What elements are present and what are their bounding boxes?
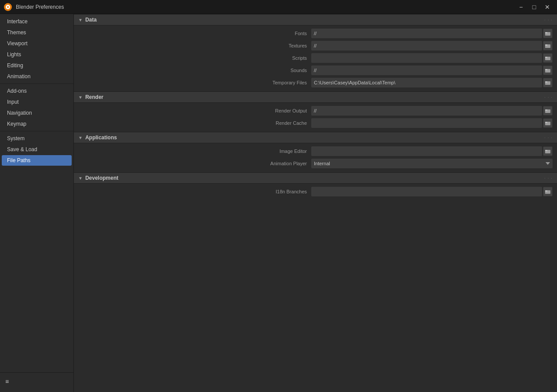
folder-button-sounds[interactable]	[543, 65, 553, 75]
sidebar-item-viewport[interactable]: Viewport	[2, 38, 72, 49]
field-input-render-output[interactable]	[311, 106, 542, 116]
sidebar-item-interface[interactable]: Interface	[2, 16, 72, 27]
field-input-textures[interactable]	[311, 41, 542, 51]
field-row-textures: Textures	[74, 40, 557, 52]
section-data: ▼ Data · · · FontsTexturesScriptsSoundsT…	[74, 14, 557, 91]
field-row-scripts: Scripts	[74, 52, 557, 64]
field-input-sounds[interactable]	[311, 65, 542, 75]
field-input-wrapper-render-cache	[311, 118, 553, 128]
field-input-fonts[interactable]	[311, 29, 542, 38]
field-input-wrapper-animation-player: InternalffplayOther	[311, 159, 553, 168]
section-label: Render	[85, 94, 103, 100]
field-label-render-output: Render Output	[74, 108, 311, 113]
field-input-wrapper-scripts	[311, 53, 553, 63]
field-input-wrapper-sounds	[311, 65, 553, 75]
folder-icon	[545, 189, 550, 194]
folder-button-render-output[interactable]	[543, 106, 553, 116]
folder-button-scripts[interactable]	[543, 53, 553, 63]
section-header-applications[interactable]: ▼ Applications · · ·	[74, 132, 557, 143]
section-body-render: Render OutputRender Cache	[74, 103, 557, 131]
sidebar-item-themes[interactable]: Themes	[2, 27, 72, 38]
folder-icon	[545, 43, 550, 48]
svg-rect-12	[545, 81, 547, 83]
section-header-left: ▼ Development	[78, 175, 118, 181]
field-input-temporary-files[interactable]	[311, 78, 542, 87]
field-input-wrapper-temporary-files	[311, 78, 553, 87]
sidebar: InterfaceThemesViewportLightsEditingAnim…	[0, 14, 74, 392]
folder-icon	[545, 31, 550, 36]
section-dots-icon: · · ·	[544, 135, 553, 140]
svg-rect-16	[545, 122, 547, 123]
section-dots-icon: · · ·	[544, 176, 553, 181]
main-content: ▼ Data · · · FontsTexturesScriptsSoundsT…	[74, 14, 557, 392]
maximize-button[interactable]: □	[528, 2, 540, 12]
field-row-image-editor: Image Editor	[74, 145, 557, 157]
field-label-image-editor: Image Editor	[74, 149, 311, 154]
sidebar-item-navigation[interactable]: Navigation	[2, 108, 72, 118]
svg-rect-20	[545, 190, 547, 192]
field-label-fonts: Fonts	[74, 31, 311, 36]
field-input-render-cache[interactable]	[311, 118, 542, 128]
section-header-render[interactable]: ▼ Render · · ·	[74, 91, 557, 103]
minimize-button[interactable]: −	[515, 2, 527, 12]
folder-button-temporary-files[interactable]	[543, 78, 553, 87]
sidebar-divider-2	[0, 131, 73, 131]
section-toggle-icon: ▼	[78, 135, 83, 140]
folder-button-render-cache[interactable]	[543, 118, 553, 128]
folder-button-fonts[interactable]	[543, 29, 553, 38]
sidebar-item-editing[interactable]: Editing	[2, 60, 72, 71]
title-bar: Blender Preferences − □ ✕	[0, 0, 557, 14]
section-toggle-icon: ▼	[78, 95, 83, 100]
section-header-left: ▼ Applications	[78, 134, 117, 141]
folder-icon	[545, 120, 550, 126]
sidebar-item-save-load[interactable]: Save & Load	[2, 144, 72, 155]
field-input-image-editor[interactable]	[311, 146, 542, 156]
field-label-sounds: Sounds	[74, 68, 311, 73]
folder-button-image-editor[interactable]	[543, 146, 553, 156]
section-label: Applications	[85, 134, 117, 141]
field-label-temporary-files: Temporary Files	[74, 80, 311, 85]
hamburger-button[interactable]: ≡	[4, 376, 11, 387]
folder-icon	[545, 80, 550, 85]
section-toggle-icon: ▼	[78, 18, 83, 22]
section-header-data[interactable]: ▼ Data · · ·	[74, 14, 557, 25]
field-label-scripts: Scripts	[74, 55, 311, 61]
section-dots-icon: · · ·	[544, 95, 553, 100]
sidebar-item-input[interactable]: Input	[2, 97, 72, 107]
close-button[interactable]: ✕	[541, 2, 553, 12]
section-toggle-icon: ▼	[78, 176, 83, 181]
field-row-i18n-branches: I18n Branches	[74, 185, 557, 198]
folder-button-textures[interactable]	[543, 41, 553, 51]
field-row-fonts: Fonts	[74, 27, 557, 40]
svg-rect-4	[545, 32, 547, 33]
folder-icon	[545, 55, 550, 61]
section-header-left: ▼ Data	[78, 17, 97, 23]
field-row-temporary-files: Temporary Files	[74, 76, 557, 89]
sidebar-bottom: ≡	[0, 372, 73, 390]
field-label-textures: Textures	[74, 43, 311, 48]
sidebar-item-lights[interactable]: Lights	[2, 49, 72, 60]
field-row-animation-player: Animation PlayerInternalffplayOther	[74, 157, 557, 170]
section-label: Data	[85, 17, 97, 23]
section-body-development: I18n Branches	[74, 184, 557, 200]
sidebar-item-addons[interactable]: Add-ons	[2, 86, 72, 96]
blender-logo	[4, 3, 12, 11]
sidebar-item-file-paths[interactable]: File Paths	[2, 155, 72, 166]
field-input-scripts[interactable]	[311, 53, 542, 63]
sidebar-item-animation[interactable]: Animation	[2, 71, 72, 82]
sidebar-item-system[interactable]: System	[2, 133, 72, 144]
section-header-development[interactable]: ▼ Development · · ·	[74, 172, 557, 184]
field-input-i18n-branches[interactable]	[311, 187, 542, 196]
field-select-animation-player[interactable]: InternalffplayOther	[311, 159, 553, 168]
field-row-render-output: Render Output	[74, 105, 557, 117]
field-row-render-cache: Render Cache	[74, 117, 557, 129]
folder-icon	[545, 108, 550, 113]
section-label: Development	[85, 175, 118, 181]
section-body-data: FontsTexturesScriptsSoundsTemporary File…	[74, 25, 557, 91]
folder-button-i18n-branches[interactable]	[543, 187, 553, 196]
app-body: InterfaceThemesViewportLightsEditingAnim…	[0, 14, 557, 392]
sidebar-item-keymap[interactable]: Keymap	[2, 119, 72, 129]
svg-rect-8	[545, 57, 547, 58]
sidebar-divider-1	[0, 83, 73, 84]
field-input-wrapper-i18n-branches	[311, 187, 553, 196]
